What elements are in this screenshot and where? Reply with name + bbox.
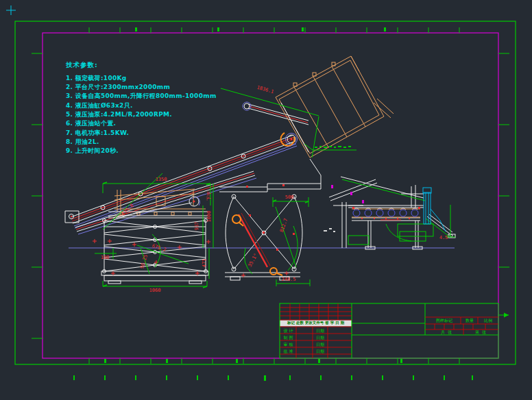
tech-notes: 技术参数: 1. 额定载荷:100Kg 2. 平台尺寸:2300mmx2000m… (66, 62, 70, 129)
tech-note-item: 9. 上升时间20秒. (66, 148, 119, 154)
tb-row-label: 审 核 (280, 342, 296, 347)
tech-note-item: 3. 设备自高500mm,升降行程800mm-1000mm (66, 93, 217, 99)
tech-note-item: 1. 额定载荷:100Kg (66, 75, 127, 82)
tech-notes-title: 技术参数: (66, 62, 98, 68)
small-label-marks (324, 228, 335, 232)
rollers (353, 210, 418, 216)
stamp-col-scale: 比例 (479, 318, 497, 323)
tech-note-item: 5. 液压油泵:4.2ML/R,2000RPM. (66, 112, 172, 118)
tb-row-label: 批 准 (280, 349, 296, 353)
dim-gap: 4.5 (436, 235, 451, 240)
cad-canvas[interactable] (0, 0, 532, 400)
cad-viewport[interactable]: 技术参数: 1. 额定载荷:100Kg 2. 平台尺寸:2300mmx2000m… (0, 0, 532, 400)
tech-note-item: 2. 平台尺寸:2300mmx2000mm (66, 84, 170, 90)
stamp-sheet-no: 第 张 (465, 329, 496, 334)
tb-row-date: 日期 (313, 342, 327, 347)
stamp-col-qty: 数量 (462, 318, 477, 323)
tech-note-item: 8. 用油2L. (66, 139, 99, 145)
dim-mid-height: 937 (194, 216, 200, 236)
dim-cyl-spacing: 500 (276, 195, 303, 200)
tb-row-label: 设 计 (280, 328, 296, 333)
tech-note-item: 6. 液压油站个置. (66, 121, 116, 127)
dim-travel: 1000 (206, 205, 212, 228)
dim-base-pitch: 248.5 (274, 277, 304, 282)
revision-header: 标记 处数 更改文件号 签 字 日 期 (280, 321, 352, 325)
tb-row-date: 日期 (313, 349, 327, 353)
tech-note-item: 7. 电机功率:1.5KW. (66, 130, 129, 136)
tb-row-date: 日期 (313, 328, 327, 333)
tech-note-item: 4. 液压油缸Ø63x2只. (66, 103, 133, 109)
crosshair-icon (6, 5, 16, 15)
dim-lift-height: 471 (202, 253, 207, 273)
stamp-sheet-total: 共 张 (431, 329, 462, 334)
tb-row-label: 制 图 (280, 335, 296, 340)
tb-row-date: 日期 (313, 335, 327, 340)
dim-top-width: 1350 (146, 177, 176, 182)
dim-base-width: 1060 (140, 288, 170, 293)
dim-travel-note: 下平 (206, 187, 212, 205)
stamp-col-mark: 图样标记 (428, 318, 461, 323)
dim-base-offset: 180 (96, 255, 114, 260)
